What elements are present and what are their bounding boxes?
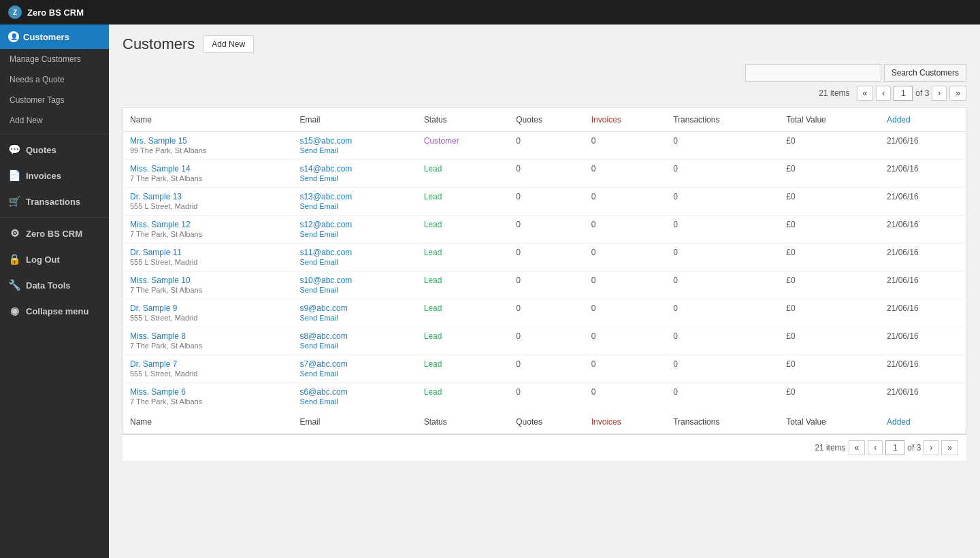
send-email-link-9[interactable]: Send Email [299, 397, 338, 406]
send-email-link-5[interactable]: Send Email [299, 286, 338, 294]
send-email-link-8[interactable]: Send Email [299, 370, 338, 378]
cell-invoices-6: 0 [585, 299, 666, 327]
col-header-status: Status [417, 108, 510, 132]
email-link-0[interactable]: s15@abc.com [299, 136, 410, 146]
pag-prev-bottom[interactable]: ‹ [868, 440, 883, 455]
customer-name-link-7[interactable]: Miss. Sample 8 [130, 331, 286, 341]
send-email-link-1[interactable]: Send Email [299, 174, 338, 182]
cell-invoices-5: 0 [585, 272, 666, 299]
cell-quotes-8: 0 [509, 355, 584, 383]
table-row: Miss. Sample 12 7 The Park, St Albans s1… [123, 216, 966, 244]
cell-invoices-1: 0 [585, 160, 666, 188]
cell-total-value-6: £0 [779, 299, 880, 327]
customer-name-link-5[interactable]: Miss. Sample 10 [130, 276, 286, 285]
cell-email-4: s11@abc.com Send Email [293, 244, 416, 272]
sidebar-item-quotes[interactable]: 💬 Quotes [0, 137, 109, 163]
cell-transactions-1: 0 [666, 160, 779, 188]
sidebar-item-add-new[interactable]: Add New [0, 110, 109, 131]
send-email-link-0[interactable]: Send Email [299, 146, 338, 154]
email-link-5[interactable]: s10@abc.com [299, 276, 410, 285]
status-badge-2: Lead [424, 192, 442, 201]
add-new-button[interactable]: Add New [203, 35, 254, 53]
cell-added-4: 21/06/16 [880, 244, 966, 272]
sidebar-item-customers[interactable]: 👤 Customers [0, 24, 109, 49]
sidebar-item-invoices[interactable]: 📄 Invoices [0, 163, 109, 188]
customer-name-link-9[interactable]: Miss. Sample 6 [130, 387, 286, 397]
search-input[interactable] [745, 64, 881, 82]
col-header-invoices: Invoices [585, 108, 666, 132]
cell-email-0: s15@abc.com Send Email [293, 132, 416, 160]
cell-total-value-1: £0 [779, 160, 880, 188]
cell-status-3: Lead [417, 216, 510, 244]
send-email-link-7[interactable]: Send Email [299, 342, 338, 350]
email-link-1[interactable]: s14@abc.com [299, 164, 410, 174]
page-header: Customers Add New [122, 35, 966, 53]
cell-quotes-3: 0 [509, 216, 584, 244]
cell-status-0: Customer [417, 132, 510, 160]
status-badge-7: Lead [424, 331, 442, 341]
pag-next-top[interactable]: › [932, 86, 947, 101]
cell-quotes-6: 0 [509, 299, 584, 327]
cell-email-9: s6@abc.com Send Email [293, 383, 416, 411]
send-email-link-6[interactable]: Send Email [299, 314, 338, 322]
pag-first-bottom[interactable]: « [849, 440, 866, 455]
main-content: Customers Add New Search Customers 21 it… [109, 24, 980, 558]
cell-total-value-3: £0 [779, 216, 880, 244]
col-header-email: Email [293, 108, 416, 132]
cell-invoices-8: 0 [585, 355, 666, 383]
email-link-3[interactable]: s12@abc.com [299, 220, 410, 229]
cell-name-4: Dr. Sample 11 555 L Street, Madrid [123, 244, 293, 272]
customer-name-link-3[interactable]: Miss. Sample 12 [130, 220, 286, 229]
send-email-link-2[interactable]: Send Email [299, 202, 338, 210]
cell-added-3: 21/06/16 [880, 216, 966, 244]
email-link-2[interactable]: s13@abc.com [299, 192, 410, 201]
table-row: Miss. Sample 14 7 The Park, St Albans s1… [123, 160, 966, 188]
sidebar-item-zero-bs-crm[interactable]: ⚙ Zero BS CRM [0, 220, 109, 246]
customer-name-link-6[interactable]: Dr. Sample 9 [130, 303, 286, 313]
pag-prev-top[interactable]: ‹ [876, 86, 891, 101]
cell-invoices-4: 0 [585, 244, 666, 272]
customer-name-link-2[interactable]: Dr. Sample 13 [130, 192, 286, 201]
cell-quotes-1: 0 [509, 160, 584, 188]
email-link-9[interactable]: s6@abc.com [299, 387, 410, 397]
table-row: Miss. Sample 8 7 The Park, St Albans s8@… [123, 327, 966, 355]
pag-current-bottom: 1 [885, 440, 904, 455]
customer-name-link-4[interactable]: Dr. Sample 11 [130, 248, 286, 257]
sidebar-item-manage-customers[interactable]: Manage Customers [0, 49, 109, 69]
cell-status-8: Lead [417, 355, 510, 383]
email-link-6[interactable]: s9@abc.com [299, 303, 410, 313]
email-link-4[interactable]: s11@abc.com [299, 248, 410, 257]
sidebar-item-customer-tags[interactable]: Customer Tags [0, 90, 109, 110]
cell-status-4: Lead [417, 244, 510, 272]
pag-last-bottom[interactable]: » [941, 440, 958, 455]
pag-first-top[interactable]: « [857, 86, 874, 101]
table-footer-row: Name Email Status Quotes Invoices Transa… [123, 410, 966, 434]
sidebar-item-collapse-menu[interactable]: ◉ Collapse menu [0, 298, 109, 324]
sidebar-item-transactions[interactable]: 🛒 Transactions [0, 188, 109, 214]
customers-icon: 👤 [8, 31, 19, 42]
cell-quotes-2: 0 [509, 188, 584, 216]
sidebar-item-needs-a-quote[interactable]: Needs a Quote [0, 69, 109, 90]
pag-next-bottom[interactable]: › [924, 440, 938, 455]
sidebar-item-data-tools[interactable]: 🔧 Data Tools [0, 272, 109, 298]
search-button[interactable]: Search Customers [884, 64, 966, 82]
cell-total-value-0: £0 [779, 132, 880, 160]
send-email-link-4[interactable]: Send Email [299, 258, 338, 266]
customer-name-link-8[interactable]: Dr. Sample 7 [130, 359, 286, 369]
send-email-link-3[interactable]: Send Email [299, 230, 338, 238]
email-link-8[interactable]: s7@abc.com [299, 359, 410, 369]
cell-status-6: Lead [417, 299, 510, 327]
pag-last-top[interactable]: » [949, 86, 966, 101]
email-link-7[interactable]: s8@abc.com [299, 331, 410, 341]
customer-name-link-0[interactable]: Mrs. Sample 15 [130, 136, 286, 146]
cell-added-9: 21/06/16 [880, 383, 966, 411]
cell-total-value-5: £0 [779, 272, 880, 299]
status-badge-1: Lead [424, 164, 442, 174]
cell-added-5: 21/06/16 [880, 272, 966, 299]
col-footer-transactions: Transactions [666, 410, 779, 434]
sidebar-item-log-out[interactable]: 🔒 Log Out [0, 246, 109, 272]
customer-address-5: 7 The Park, St Albans [130, 286, 202, 294]
collapse-icon: ◉ [8, 305, 20, 317]
customer-name-link-1[interactable]: Miss. Sample 14 [130, 164, 286, 174]
customer-address-3: 7 The Park, St Albans [130, 230, 202, 238]
